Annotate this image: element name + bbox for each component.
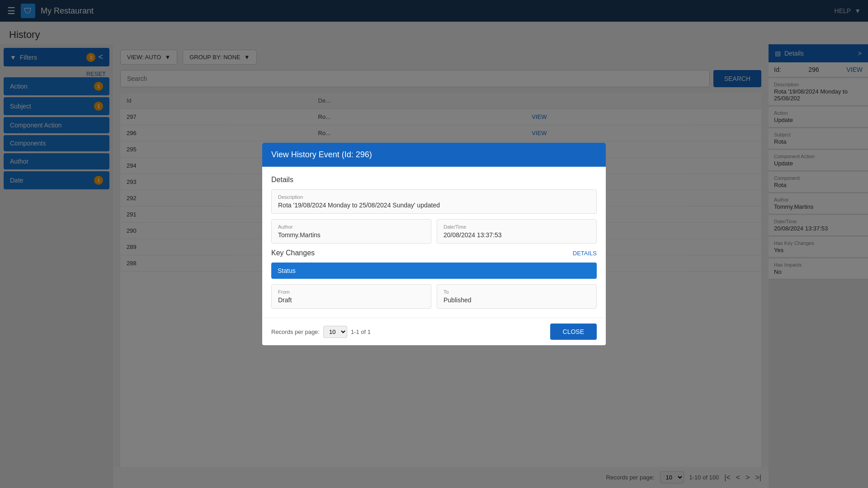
from-label: From — [278, 289, 425, 295]
from-to-row: From Draft To Published — [271, 284, 597, 309]
modal-datetime-value: 20/08/2024 13:37:53 — [443, 231, 590, 239]
status-label: Status — [278, 267, 296, 274]
modal-datetime-label: Date/Time — [443, 224, 590, 230]
key-changes-details-link[interactable]: DETAILS — [573, 250, 597, 257]
modal-author-label: Author — [278, 224, 425, 230]
modal-datetime-field: Date/Time 20/08/2024 13:37:53 — [437, 219, 597, 244]
modal-dialog: View History Event (Id: 296) Details Des… — [262, 143, 606, 345]
modal-body: Details Description Rota '19/08/2024 Mon… — [262, 167, 606, 318]
modal-author-value: Tommy.Martins — [278, 231, 425, 239]
modal-rpp-select[interactable]: 10 — [323, 326, 347, 338]
from-field: From Draft — [271, 284, 431, 309]
modal-title: View History Event (Id: 296) — [271, 150, 372, 159]
modal-rpp-range: 1-1 of 1 — [351, 328, 371, 335]
modal-description-value: Rota '19/08/2024 Monday to 25/08/2024 Su… — [278, 202, 590, 209]
modal-overlay: View History Event (Id: 296) Details Des… — [0, 0, 868, 488]
modal-author-field: Author Tommy.Martins — [271, 219, 431, 244]
modal-description-label: Description — [278, 194, 590, 200]
from-value: Draft — [278, 296, 425, 304]
modal-rpp-label: Records per page: — [271, 328, 320, 335]
close-button[interactable]: CLOSE — [550, 324, 597, 340]
key-changes-title: Key Changes — [271, 249, 315, 257]
to-field: To Published — [437, 284, 597, 309]
modal-details-title: Details — [271, 176, 597, 184]
to-label: To — [443, 289, 590, 295]
modal-author-datetime-row: Author Tommy.Martins Date/Time 20/08/202… — [271, 219, 597, 244]
modal-footer: Records per page: 10 1-1 of 1 CLOSE — [262, 318, 606, 345]
status-bar: Status — [271, 263, 597, 279]
modal-records-per-page: Records per page: 10 1-1 of 1 — [271, 326, 371, 338]
key-changes-header: Key Changes DETAILS — [271, 249, 597, 257]
modal-description-field: Description Rota '19/08/2024 Monday to 2… — [271, 189, 597, 214]
to-value: Published — [443, 296, 590, 304]
modal-header: View History Event (Id: 296) — [262, 143, 606, 167]
